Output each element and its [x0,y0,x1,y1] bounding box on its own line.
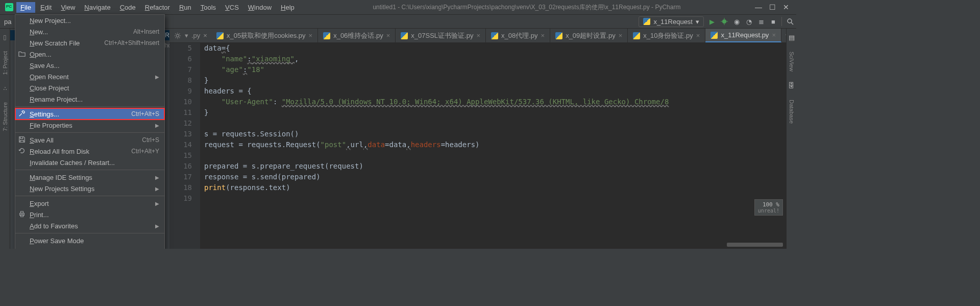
code-line[interactable]: } [204,75,786,86]
menu-item-export[interactable]: Export▶ [15,198,164,209]
line-number: 10 [169,97,192,107]
code-content[interactable]: data={ "name":"xiaoming", "age":"18"}hea… [200,43,786,249]
python-icon [323,32,330,39]
editor-tab[interactable]: x_09超时设置.py× [550,29,628,42]
editor-tab[interactable]: x_11Request.py× [705,29,781,42]
zoom-indicator[interactable]: 100 % unreal! [754,199,783,216]
code-line[interactable]: data={ [204,43,786,54]
svg-line-9 [791,22,793,25]
menu-item-label: Settings... [30,110,59,118]
menu-item-add-to-favorites[interactable]: Add to Favorites▶ [15,220,164,231]
breadcrumb[interactable]: pa [2,18,13,26]
line-number: 8 [169,75,192,86]
database-tool-tab[interactable]: Database [789,100,795,124]
stop-icon[interactable]: ■ [769,17,777,26]
tab-close-icon[interactable]: × [203,32,207,39]
code-line[interactable]: request = requests.Request("post",url,da… [204,139,786,150]
maximize-icon[interactable]: ☐ [769,3,776,11]
code-line[interactable]: "name":"xiaoming", [204,54,786,64]
line-number: 14 [169,139,192,150]
editor-tab[interactable]: x_05获取和使用cookies.py× [211,29,318,42]
code-line[interactable]: response = s.send(prepared) [204,172,786,182]
coverage-icon[interactable]: ◉ [732,17,741,26]
editor-tab[interactable]: x_08代理.py× [486,29,550,42]
project-strip-icon[interactable]: ▯ [3,34,7,41]
code-line[interactable]: print(response.text) [204,182,786,193]
menubar-item-run[interactable]: Run [175,2,195,13]
code-line[interactable]: prepared = s.prepare_request(request) [204,161,786,172]
python-icon [401,32,408,39]
menubar-item-file[interactable]: File [16,2,35,13]
menu-item-new-projects-settings[interactable]: New Projects Settings▶ [15,183,164,194]
sciview-tool-tab[interactable]: SciView [789,52,795,72]
menu-item-save-as[interactable]: Save As... [15,60,164,71]
menu-item-label: Open... [30,51,52,58]
code-line[interactable]: "age":"18" [204,64,786,75]
menubar-item-tools[interactable]: Tools [197,2,220,13]
chevron-down-icon[interactable]: ▾ [185,32,188,39]
structure-strip-icon[interactable]: ⛬ [2,85,8,92]
tab-close-icon[interactable]: × [386,32,390,39]
menu-item-invalidate-caches-restart[interactable]: Invalidate Caches / Restart... [15,157,164,168]
run-configuration-selector[interactable]: x_11Request ▾ [639,16,704,27]
code-line[interactable] [204,193,786,204]
tab-close-icon[interactable]: × [772,31,776,39]
tab-close-icon[interactable]: × [619,32,623,39]
tab-close-icon[interactable]: × [309,32,313,39]
gear-icon[interactable] [174,32,182,40]
code-line[interactable]: } [204,107,786,118]
menu-item-new[interactable]: New...Alt+Insert [15,26,164,37]
attach-icon[interactable]: ≣ [757,17,765,26]
code-line[interactable] [204,118,786,129]
code-line[interactable] [204,150,786,161]
run-icon[interactable]: ▶ [708,17,716,26]
structure-tool-tab[interactable]: 7: Structure [2,102,8,131]
menu-item-close-project[interactable]: Close Project [15,82,164,93]
database-strip-icon[interactable]: 🗄 [788,82,795,89]
menu-item-open-recent[interactable]: Open Recent▶ [15,71,164,82]
menubar-item-vcs[interactable]: VCS [221,2,243,13]
tab-close-icon[interactable]: × [541,32,545,39]
menubar-item-code[interactable]: Code [116,2,140,13]
menubar-item-view[interactable]: View [57,2,79,13]
menu-item-power-save-mode[interactable]: Power Save Mode [15,235,164,246]
editor-tab[interactable]: x_07SSL证书验证.py× [396,29,486,42]
project-tool-tab[interactable]: 1: Project [2,51,8,75]
menu-item-open[interactable]: Open... [15,49,164,60]
tab-label: x_11Request.py [721,31,769,39]
menubar-item-navigate[interactable]: Navigate [80,2,114,13]
menu-shortcut: Ctrl+S [142,136,159,144]
menubar-item-refactor[interactable]: Refactor [141,2,174,13]
horizontal-scrollbar[interactable] [727,243,783,247]
menu-item-label: New Scratch File [30,39,80,47]
code-line[interactable]: headers = { [204,86,786,97]
debug-icon[interactable] [720,17,728,26]
sciview-strip-icon[interactable]: ▤ [789,34,795,41]
search-icon[interactable] [786,17,794,26]
menu-item-file-properties[interactable]: File Properties▶ [15,120,164,131]
menubar-item-window[interactable]: Window [244,2,276,13]
menu-item-exit[interactable]: Exit [15,246,164,249]
code-editor[interactable]: 5678910111213141516171819 data={ "name":… [169,43,786,249]
menu-item-reload-all-from-disk[interactable]: Reload All from DiskCtrl+Alt+Y [15,146,164,157]
menu-item-new-scratch-file[interactable]: New Scratch FileCtrl+Alt+Shift+Insert [15,37,164,49]
editor-tab[interactable]: x_06维持会话.py× [318,29,396,42]
menu-item-new-project[interactable]: New Project... [15,15,164,26]
close-icon[interactable]: ✕ [783,3,789,11]
profile-icon[interactable]: ◔ [745,17,753,26]
menu-item-print[interactable]: Print... [15,209,164,220]
window-title: untitled1 - C:\Users\xiang\PycharmProjec… [299,3,755,12]
minimize-icon[interactable]: — [755,3,762,11]
code-line[interactable]: "User-Agent": "Mozilla/5.0 (Windows NT 1… [204,97,786,107]
menu-item-save-all[interactable]: Save AllCtrl+S [15,134,164,146]
tab-close-icon[interactable]: × [476,32,480,39]
chevron-down-icon[interactable]: ▾ [786,32,786,39]
code-line[interactable]: s = requests.Session() [204,129,786,139]
editor-tab[interactable]: x_10身份验证.py× [628,29,705,42]
menu-item-rename-project[interactable]: Rename Project... [15,93,164,105]
menu-item-manage-ide-settings[interactable]: Manage IDE Settings▶ [15,172,164,183]
tab-close-icon[interactable]: × [696,32,700,39]
menubar-item-help[interactable]: Help [277,2,299,13]
menu-item-settings[interactable]: Settings...Ctrl+Alt+S [15,108,164,120]
menubar-item-edit[interactable]: Edit [36,2,56,13]
